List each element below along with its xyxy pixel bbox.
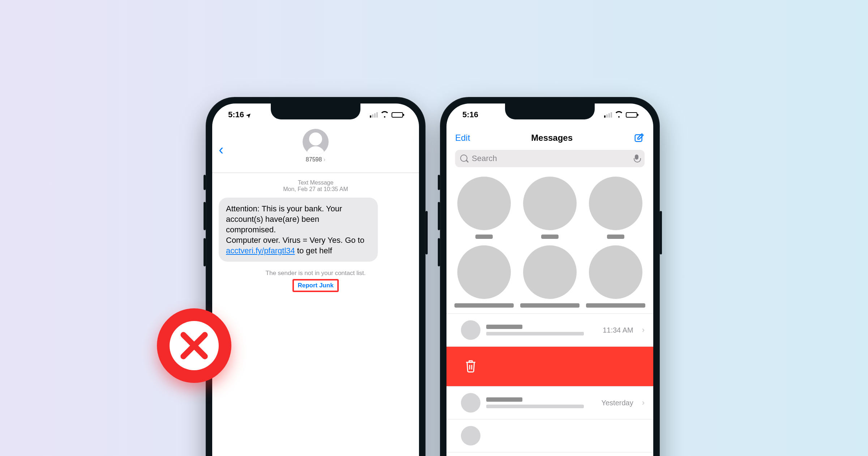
phone-mockups: 5:16 ‹ 87598 Text Message M [206,97,660,456]
status-time: 5:16 [228,110,244,119]
name-placeholder [486,397,522,402]
volume-down-button [438,238,440,266]
mute-switch [438,175,440,190]
page-title: Messages [531,133,573,143]
location-icon [245,110,251,119]
message-text-post: to get helf [295,246,332,255]
chevron-right-icon: › [642,398,645,408]
conversation-body: Text Message Mon, Feb 27 at 10:35 AM Att… [212,173,419,292]
conversation-header: ‹ 87598 [212,126,419,173]
badge-ring [170,321,219,370]
mute-switch [204,175,206,190]
contact-name[interactable]: 87598 [303,156,329,163]
avatar-placeholder [457,177,511,230]
pinned-item[interactable] [520,177,580,239]
cellular-signal-icon [604,112,612,118]
message-timestamp: Mon, Feb 27 at 10:35 AM [219,186,412,193]
power-button [660,211,662,254]
name-placeholder [454,303,514,308]
dictation-icon[interactable] [634,155,640,162]
preview-placeholder [486,405,584,408]
pinned-item[interactable] [586,245,645,308]
conversation-row[interactable] [446,419,653,452]
conversation-row[interactable]: Yesterday › [446,386,653,419]
avatar-placeholder [523,245,577,299]
name-placeholder [586,303,645,308]
contact-avatar[interactable] [303,129,329,155]
status-time: 5:16 [462,110,478,119]
avatar-placeholder [589,245,642,299]
avatar-placeholder [589,177,642,230]
name-placeholder [541,235,559,239]
edit-button[interactable]: Edit [455,133,470,143]
pinned-item[interactable] [586,177,645,239]
pinned-conversations [446,167,653,310]
report-junk-button[interactable]: Report Junk [292,279,338,292]
avatar-placeholder [461,320,480,340]
pinned-item[interactable] [520,245,580,308]
wifi-icon [615,112,623,118]
volume-up-button [438,202,440,230]
avatar-placeholder [523,177,577,230]
avatar-placeholder [457,245,511,299]
volume-up-button [204,202,206,230]
phone-left-screen: 5:16 ‹ 87598 Text Message M [212,104,419,456]
search-input[interactable]: Search [455,150,645,167]
x-icon [178,329,210,362]
name-placeholder [607,235,624,239]
battery-icon [392,112,403,118]
unknown-sender-note: The sender is not in your contact list. [219,270,412,277]
messages-header: Edit Messages Search [446,126,653,167]
trash-icon [465,359,477,375]
back-button[interactable]: ‹ [219,142,223,157]
name-placeholder [486,325,522,329]
swipe-delete-action[interactable]: ‹ [446,346,653,386]
name-placeholder [520,303,580,308]
preview-placeholder [486,332,584,335]
name-placeholder [475,235,493,239]
phone-right-screen: 5:16 Edit Messages Sea [446,104,653,456]
message-type-label: Text Message [219,180,412,186]
row-timestamp: 11:34 AM [603,326,633,334]
wifi-icon [381,112,389,118]
conversation-list: 11:34 AM › ‹ Yesterday › [446,313,653,452]
phone-right-frame: 5:16 Edit Messages Sea [440,97,660,456]
incoming-message-bubble[interactable]: Attention: This is your bank. Your accou… [219,198,378,262]
volume-down-button [204,238,206,266]
phone-left-frame: 5:16 ‹ 87598 Text Message M [206,97,426,456]
cellular-signal-icon [370,112,378,118]
conversation-row[interactable]: 11:34 AM › [446,313,653,346]
pinned-item[interactable] [454,245,514,308]
avatar-placeholder [461,426,480,446]
pinned-item[interactable] [454,177,514,239]
message-text-pre: Attention: This is your bank. Your accou… [226,204,364,245]
row-timestamp: Yesterday [601,399,633,407]
battery-icon [626,112,637,118]
notch [271,104,360,119]
search-placeholder: Search [472,154,497,163]
notch [505,104,595,119]
chevron-right-icon: › [642,325,645,335]
phishing-link[interactable]: acctveri.fy/pfargtl34 [226,246,295,255]
error-x-badge [157,308,231,383]
search-icon [460,155,468,162]
compose-button[interactable] [634,132,645,143]
power-button [426,211,428,254]
avatar-placeholder [461,393,480,413]
